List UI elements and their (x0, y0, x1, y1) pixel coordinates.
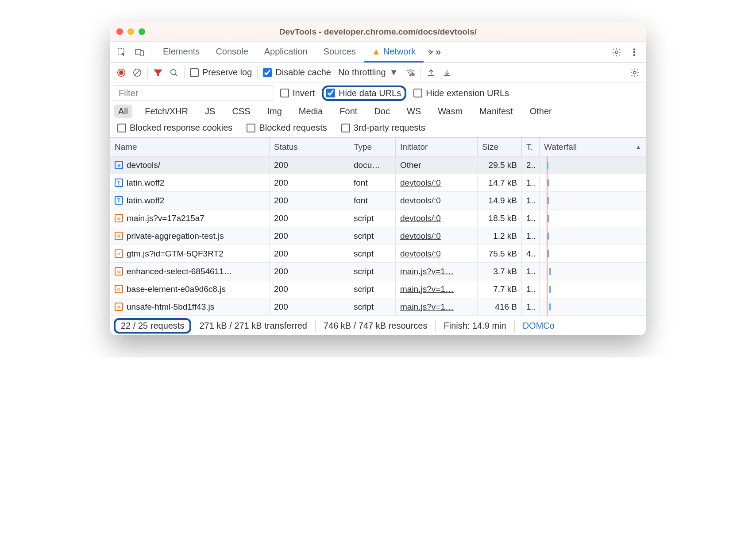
svg-line-10 (135, 70, 140, 75)
request-table[interactable]: ≡devtools/200docu…Other29.5 kB2..Tlatin.… (110, 156, 646, 316)
upload-har-icon[interactable] (424, 65, 439, 80)
tab-network[interactable]: ▲Network (364, 42, 424, 62)
request-name: devtools/ (127, 160, 160, 170)
table-row[interactable]: ≡devtools/200docu…Other29.5 kB2.. (110, 156, 646, 174)
tab-label: Application (264, 47, 308, 57)
col-type[interactable]: Type (349, 138, 396, 156)
col-waterfall[interactable]: Waterfall ▲ (540, 138, 646, 156)
request-initiator[interactable]: devtools/:0 (400, 178, 441, 188)
request-size: 75.5 kB (478, 245, 522, 262)
js-file-icon: ‹› (115, 303, 123, 311)
network-conditions-icon[interactable] (403, 65, 418, 80)
table-row[interactable]: Tlatin.woff2200fontdevtools/:014.7 kB1.. (110, 174, 646, 192)
network-settings-icon[interactable] (627, 65, 642, 80)
zoom-window-button[interactable] (139, 28, 145, 35)
disable-cache-checkbox[interactable]: Disable cache (260, 67, 334, 78)
third-party-checkbox[interactable]: 3rd-party requests (339, 123, 428, 133)
request-waterfall (540, 210, 646, 227)
request-name: private-aggregation-test.js (127, 231, 224, 241)
request-size: 14.9 kB (478, 192, 522, 209)
filter-input[interactable] (114, 85, 273, 101)
download-har-icon[interactable] (440, 65, 455, 80)
col-initiator[interactable]: Initiator (396, 138, 478, 156)
type-filter-img[interactable]: Img (263, 105, 286, 118)
col-name[interactable]: Name (110, 138, 270, 156)
close-window-button[interactable] (116, 28, 123, 35)
type-filter-font[interactable]: Font (335, 105, 362, 118)
request-time: 1.. (522, 227, 540, 245)
tab-sources[interactable]: Sources (316, 42, 364, 62)
request-status: 200 (270, 298, 349, 315)
request-status: 200 (270, 192, 349, 209)
svg-point-15 (633, 71, 636, 74)
table-row[interactable]: ‹›private-aggregation-test.js200scriptde… (110, 227, 646, 245)
type-filter-css[interactable]: CSS (228, 105, 255, 118)
more-tabs-button[interactable]: » (425, 44, 441, 60)
kebab-menu-icon[interactable] (626, 44, 642, 60)
filter-row: Invert Hide data URLs Hide extension URL… (110, 82, 646, 104)
type-filter-manifest[interactable]: Manifest (475, 105, 517, 118)
tab-label: Sources (324, 47, 356, 57)
table-row[interactable]: ‹›unsafe-html-5bd1ff43.js200scriptmain.j… (110, 298, 646, 316)
request-initiator[interactable]: devtools/:0 (400, 196, 441, 206)
blocked-requests-checkbox[interactable]: Blocked requests (244, 123, 329, 133)
request-type: font (349, 192, 396, 209)
request-initiator[interactable]: devtools/:0 (400, 249, 441, 259)
blocked-cookies-checkbox[interactable]: Blocked response cookies (115, 123, 235, 133)
domcontentloaded-link[interactable]: DOMCo (514, 320, 563, 332)
col-time[interactable]: T. (522, 138, 540, 156)
type-filter-all[interactable]: All (114, 105, 132, 118)
tab-application[interactable]: Application (256, 42, 316, 62)
type-filter-wasm[interactable]: Wasm (433, 105, 467, 118)
request-waterfall (540, 174, 646, 191)
request-status: 200 (270, 263, 349, 280)
table-row[interactable]: ‹›enhanced-select-6854611…200scriptmain.… (110, 263, 646, 280)
font-file-icon: T (115, 179, 123, 187)
inspect-element-icon[interactable] (114, 44, 130, 60)
request-initiator[interactable]: main.js?v=1… (400, 284, 454, 294)
record-button[interactable] (114, 65, 129, 80)
request-waterfall (540, 245, 646, 262)
request-time: 1.. (522, 263, 540, 280)
request-waterfall (540, 227, 646, 245)
blocked-filter-row: Blocked response cookies Blocked request… (110, 123, 646, 138)
type-filter-js[interactable]: JS (201, 105, 220, 118)
request-initiator[interactable]: main.js?v=1… (400, 267, 454, 276)
col-size[interactable]: Size (478, 138, 522, 156)
request-waterfall (540, 192, 646, 209)
col-status[interactable]: Status (270, 138, 349, 156)
type-filter-ws[interactable]: WS (402, 105, 425, 118)
search-icon[interactable] (166, 65, 181, 80)
request-initiator[interactable]: main.js?v=1… (400, 302, 454, 312)
type-filter-doc[interactable]: Doc (370, 105, 394, 118)
type-filter-other[interactable]: Other (525, 105, 556, 118)
settings-icon[interactable] (609, 44, 625, 60)
window-title: DevTools - developer.chrome.com/docs/dev… (110, 27, 646, 37)
request-initiator[interactable]: devtools/:0 (400, 231, 441, 241)
tab-console[interactable]: Console (208, 42, 256, 62)
table-row[interactable]: ‹›gtm.js?id=GTM-5QF3RT2200scriptdevtools… (110, 245, 646, 263)
tab-elements[interactable]: Elements (155, 42, 208, 62)
table-row[interactable]: ‹›main.js?v=17a215a7200scriptdevtools/:0… (110, 210, 646, 227)
hide-data-urls-highlight: Hide data URLs (322, 85, 406, 101)
svg-point-4 (633, 48, 635, 50)
window-controls (116, 28, 145, 35)
hide-extension-urls-label: Hide extension URLs (426, 88, 509, 98)
device-toolbar-icon[interactable] (131, 44, 147, 60)
throttling-value: No throttling (338, 67, 386, 78)
request-initiator[interactable]: devtools/:0 (400, 214, 441, 223)
filter-toggle-icon[interactable] (150, 65, 166, 80)
hide-data-urls-checkbox[interactable]: Hide data URLs (326, 88, 401, 98)
clear-button[interactable] (130, 65, 145, 80)
table-row[interactable]: Tlatin.woff2200fontdevtools/:014.9 kB1.. (110, 192, 646, 210)
request-type-filters: AllFetch/XHRJSCSSImgMediaFontDocWSWasmMa… (110, 104, 646, 123)
type-filter-fetchxhr[interactable]: Fetch/XHR (140, 105, 193, 118)
throttling-select[interactable]: No throttling ▼ (335, 67, 402, 78)
svg-point-8 (120, 70, 123, 74)
preserve-log-checkbox[interactable]: Preserve log (187, 67, 255, 78)
minimize-window-button[interactable] (127, 28, 134, 35)
table-row[interactable]: ‹›base-element-e0a9d6c8.js200scriptmain.… (110, 280, 646, 298)
hide-extension-urls-checkbox[interactable]: Hide extension URLs (411, 88, 512, 98)
type-filter-media[interactable]: Media (294, 105, 327, 118)
invert-checkbox[interactable]: Invert (278, 88, 317, 98)
